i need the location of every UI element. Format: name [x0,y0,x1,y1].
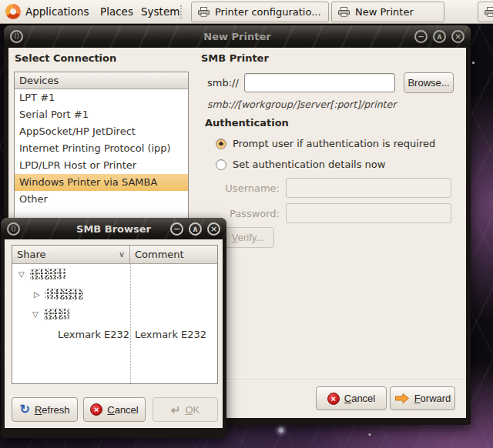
close-icon[interactable]: × [451,30,464,43]
smb-printer-heading: SMB Printer [201,52,269,64]
expander-closed-icon[interactable]: ▷ [34,290,40,299]
connection-list-item[interactable]: LPT #1 [15,89,188,106]
window-title: New Printer [4,31,471,42]
forward-button-label: Forward [414,393,451,404]
refresh-button[interactable]: ↻ Refresh [12,397,78,422]
share-tree: Share ∨ Comment ▽ ▷ ▽ Lexmark [12,245,218,384]
smb-scheme-label: smb:// [207,77,239,89]
cancel-button-label: Cancel [344,393,375,404]
ubuntu-logo-icon[interactable] [5,4,21,19]
smb-browser-content: Share ∨ Comment ▽ ▷ ▽ Lexmark [5,239,223,428]
browser-cancel-label: Cancel [107,404,138,416]
cancel-icon: × [327,393,340,405]
username-label: Username: [201,182,280,194]
connection-list-item[interactable]: Other [15,191,188,208]
radio-set-authentication[interactable] [216,159,226,170]
radio-set-label[interactable]: Set authentication details now [233,159,385,170]
smb-uri-hint: smb://[workgroup/]server[:port]/printer [207,99,396,110]
radio-prompt-authentication[interactable] [216,139,226,149]
close-icon[interactable]: × [207,222,220,236]
taskbar-item-label: Printer configuratio... [215,6,321,18]
connection-list-item-selected[interactable]: Windows Printer via SAMBA [15,174,188,191]
forward-arrow-icon [394,393,410,404]
window-menu-icon[interactable]: () [7,222,20,236]
smb-browser-window: () SMB Browser − ∧ × Share ∨ Comment ▽ [1,218,226,438]
comment-column-header[interactable]: Comment [130,246,217,264]
smb-browser-titlebar[interactable]: () SMB Browser − ∧ × [1,218,226,239]
ok-button: ↵ OK [153,397,218,422]
tree-row-printer[interactable]: Lexmark E232 Lexmark E232 [12,324,217,344]
printer-icon [198,7,210,17]
maximize-icon[interactable]: ∧ [189,222,202,236]
share-column-label: Share [17,249,46,260]
redacted-share-label [30,268,65,279]
share-column-header[interactable]: Share ∨ [12,246,130,264]
taskbar-item-printer-configuration[interactable]: Printer configuratio... [191,2,329,22]
verify-button-label: Verify... [232,232,264,243]
window-menu-icon[interactable]: () [10,30,23,43]
expander-open-icon[interactable]: ▽ [18,270,25,279]
tree-row-server-collapsed[interactable]: ▷ [12,284,217,304]
browse-button-label: Browse... [407,77,449,89]
connection-list-item[interactable]: AppSocket/HP JetDirect [15,123,188,140]
taskbar-item-clipped[interactable] [478,2,493,22]
printer-icon [485,7,493,17]
verify-button: Verify... [222,227,274,248]
smb-uri-input[interactable] [244,73,395,92]
panel-handle [180,5,183,18]
cancel-button[interactable]: × Cancel [316,386,387,410]
top-panel: Applications Places System Printer confi… [0,0,493,24]
browse-button[interactable]: Browse... [404,72,454,93]
refresh-icon: ↻ [20,403,30,416]
expander-open-icon[interactable]: ▽ [32,310,39,319]
redacted-share-label [45,289,83,300]
connection-list-item[interactable]: LPD/LPR Host or Printer [15,157,188,174]
places-menu[interactable]: Places [100,5,133,18]
select-connection-heading: Select Connection [15,52,116,64]
share-cell: Lexmark E232 [12,329,130,340]
redacted-share-label [44,309,69,320]
ok-enter-icon: ↵ [171,404,181,416]
taskbar-item-label: New Printer [355,6,414,18]
maximize-icon[interactable]: ∧ [433,30,446,43]
comment-cell: Lexmark E232 [130,329,206,340]
username-input [286,178,451,198]
devices-column-header[interactable]: Devices [15,72,188,89]
minimize-icon[interactable]: − [414,30,428,43]
forward-button[interactable]: Forward [390,386,455,410]
browser-cancel-button[interactable]: × Cancel [83,397,146,422]
password-input [286,203,451,223]
minimize-icon[interactable]: − [170,222,183,236]
connection-list-item[interactable]: Internet Printing Protocol (ipp) [15,140,188,157]
applications-menu[interactable]: Applications [25,5,89,18]
sort-descending-icon: ∨ [119,249,125,259]
cancel-icon: × [90,403,102,416]
taskbar-item-new-printer[interactable]: New Printer [331,2,444,22]
tree-row-workgroup[interactable]: ▽ [12,264,217,284]
new-printer-titlebar[interactable]: () New Printer − ∧ × [4,25,471,48]
connection-list-item[interactable]: Serial Port #1 [15,106,188,123]
ok-button-label: OK [185,404,200,416]
system-menu[interactable]: System [141,5,179,18]
refresh-button-label: Refresh [35,404,70,416]
printer-icon [338,7,350,17]
comment-column-label: Comment [135,249,184,260]
authentication-heading: Authentication [205,117,289,129]
tree-row-server-expanded[interactable]: ▽ [12,304,217,324]
radio-prompt-label[interactable]: Prompt user if authentication is require… [233,138,435,149]
